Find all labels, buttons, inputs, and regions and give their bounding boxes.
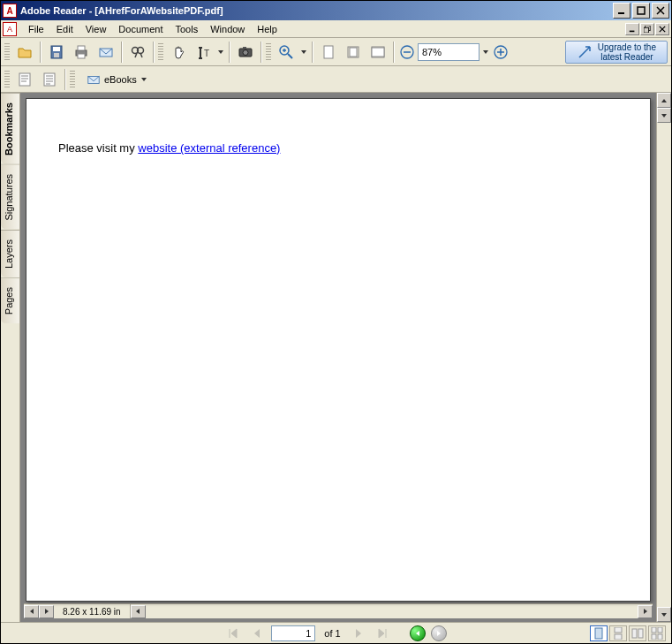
document-link[interactable]: website (external reference) [138,141,280,155]
page-dimensions: 8.26 x 11.69 in [54,604,131,618]
document-text: Please visit my website (external refere… [58,141,280,155]
svg-rect-23 [372,48,384,57]
toolbar-grip[interactable] [4,71,10,88]
hscroll-right2-button[interactable] [638,605,653,618]
search-button[interactable] [126,41,149,64]
text-select-dropdown[interactable] [216,49,225,56]
svg-rect-19 [324,46,333,58]
toolbar-grip[interactable] [70,71,75,88]
fit-page-button[interactable] [342,41,365,64]
fit-actual-button[interactable] [317,41,340,64]
single-page-view-button[interactable] [590,625,608,641]
continuous-facing-view-button[interactable] [648,625,666,641]
continuous-view-button[interactable] [609,625,627,641]
doc-text-prefix: Please visit my [58,141,138,155]
separator [40,42,42,63]
ebooks-label: eBooks [104,74,137,85]
vscroll-up-button[interactable] [657,93,671,108]
first-page-button[interactable] [225,625,243,641]
menu-window[interactable]: Window [204,22,251,36]
tab-layers[interactable]: Layers [1,230,19,277]
last-page-button[interactable] [373,625,390,641]
separator [229,42,230,63]
separator [64,69,66,90]
fit-width-button[interactable] [366,41,389,64]
zoom-input[interactable] [418,43,479,61]
close-button[interactable] [652,3,669,19]
svg-rect-36 [652,634,656,640]
open-button[interactable] [13,41,36,64]
vscroll-menu-button[interactable] [657,108,671,123]
mdi-minimize-button[interactable] [625,23,639,35]
main-content: Please visit my website (external refere… [20,93,656,622]
minimize-button[interactable] [613,3,630,19]
reflow-button[interactable] [13,68,36,91]
mdi-restore-button[interactable] [640,23,654,35]
zoom-out-button[interactable] [398,43,416,61]
back-view-button[interactable] [410,625,426,641]
mdi-close-button[interactable] [655,23,669,35]
toolbar-grip[interactable] [266,43,271,61]
svg-rect-33 [638,629,643,638]
reflow2-button[interactable] [38,68,61,91]
tab-bookmarks[interactable]: Bookmarks [1,93,19,164]
vscroll-down-button[interactable] [657,607,671,622]
svg-rect-7 [54,53,59,57]
toolbar-secondary: eBooks [1,66,671,93]
menu-help[interactable]: Help [251,22,283,36]
separator [260,42,262,63]
ebooks-icon [87,72,101,87]
svg-rect-2 [630,30,635,32]
separator [153,42,155,63]
svg-rect-37 [658,634,662,640]
svg-rect-4 [644,27,649,33]
pdf-page: Please visit my website (external refere… [26,98,651,602]
vscroll-track[interactable] [657,123,671,607]
svg-rect-10 [78,54,85,58]
page-number-input[interactable] [271,625,315,641]
mdi-controls [625,23,669,35]
menu-document[interactable]: Document [112,22,169,36]
toolbar-grip[interactable] [158,43,163,61]
menu-view[interactable]: View [79,22,113,36]
window-controls [613,3,669,19]
svg-text:T: T [204,49,209,58]
zoom-group [398,43,510,61]
hscroll-right-button[interactable] [39,605,54,618]
snapshot-button[interactable] [234,41,257,64]
zoom-in-dropdown[interactable] [299,49,308,56]
toolbar-main: T Upgrade to thelatest Reader [1,38,671,66]
upgrade-icon [577,44,593,60]
svg-rect-26 [19,73,30,86]
svg-rect-9 [78,46,85,50]
save-button[interactable] [45,41,68,64]
upgrade-text: Upgrade to thelatest Reader [598,42,656,62]
zoom-in-button[interactable] [275,41,298,64]
hand-tool-button[interactable] [167,41,190,64]
hscroll-left2-button[interactable] [131,605,146,618]
svg-rect-30 [615,627,622,633]
svg-rect-21 [350,48,357,57]
facing-view-button[interactable] [629,625,646,641]
zoom-dropdown[interactable] [481,49,490,56]
hscroll-left-button[interactable] [24,605,39,618]
tab-pages[interactable]: Pages [1,277,19,323]
tab-signatures[interactable]: Signatures [1,164,19,230]
ebooks-button[interactable]: eBooks [79,70,155,89]
print-button[interactable] [70,41,93,64]
menu-tools[interactable]: Tools [170,22,205,36]
forward-view-button[interactable] [431,625,447,641]
menu-file[interactable]: File [22,22,50,36]
next-page-button[interactable] [350,625,367,641]
status-bar: 8.26 x 11.69 in [24,603,653,618]
side-tabs: Bookmarks Signatures Layers Pages [1,93,20,622]
text-select-button[interactable]: T [192,41,215,64]
zoom-in-small-button[interactable] [492,43,510,61]
menu-edit[interactable]: Edit [50,22,79,36]
prev-page-button[interactable] [248,625,266,641]
view-mode-buttons [590,625,666,641]
maximize-button[interactable] [632,3,650,19]
upgrade-button[interactable]: Upgrade to thelatest Reader [565,41,668,64]
email-button[interactable] [94,41,117,64]
toolbar-grip[interactable] [4,43,10,61]
